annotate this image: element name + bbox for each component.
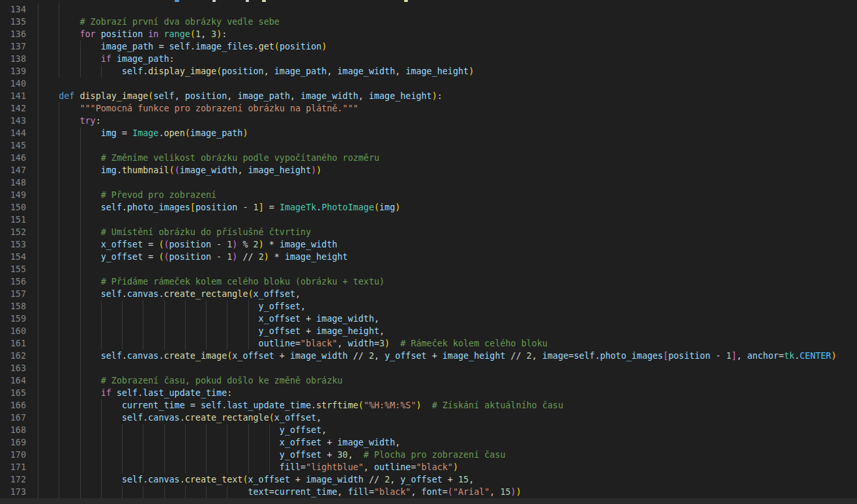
line-row[interactable] — [0, 498, 857, 504]
line-number[interactable]: 170 — [0, 449, 26, 461]
code-line[interactable]: outline="black", width=3) # Rámeček kole… — [26, 337, 857, 350]
code-line[interactable]: self.canvas.create_image(x_offset + imag… — [26, 350, 857, 362]
code-line[interactable] — [26, 77, 857, 90]
code-line[interactable]: image_path = self.image_files.get(positi… — [26, 40, 857, 53]
line-number[interactable]: 169 — [0, 436, 26, 449]
code-line[interactable]: x_offset = ((position - 1) % 2) * image_… — [26, 238, 857, 251]
line-row[interactable]: 155 — [0, 263, 857, 275]
code-line[interactable]: y_offset + 30, # Plocha pro zobrazení ča… — [26, 449, 857, 461]
code-line[interactable]: self.canvas.create_text(x_offset + image… — [26, 473, 857, 486]
line-number[interactable]: 150 — [0, 201, 26, 214]
line-number[interactable]: 136 — [0, 28, 26, 40]
code-line[interactable] — [26, 498, 857, 504]
line-number[interactable]: 172 — [0, 473, 26, 486]
code-line[interactable]: text=current_time, fill="black", font=("… — [26, 486, 857, 498]
code-line[interactable]: y_offset, — [26, 424, 857, 436]
code-line[interactable]: # Umístění obrázku do příslušné čtvrtiny — [26, 226, 857, 238]
line-row[interactable]: 161 outline="black", width=3) # Rámeček … — [0, 337, 857, 350]
line-row[interactable]: 172 self.canvas.create_text(x_offset + i… — [0, 473, 857, 486]
code-line[interactable]: img.thumbnail((image_width, image_height… — [26, 164, 857, 176]
code-line[interactable] — [26, 263, 857, 275]
line-row[interactable]: 173 text=current_time, fill="black", fon… — [0, 486, 857, 498]
code-line[interactable]: y_offset + image_height, — [26, 325, 857, 337]
line-number[interactable]: 147 — [0, 164, 26, 176]
code-line[interactable]: x_offset + image_width, — [26, 436, 857, 449]
line-row[interactable]: 147 img.thumbnail((image_width, image_he… — [0, 164, 857, 176]
line-row[interactable]: 138 if image_path: — [0, 53, 857, 65]
line-row[interactable]: 153 x_offset = ((position - 1) % 2) * im… — [0, 238, 857, 251]
line-row[interactable]: 148 — [0, 176, 857, 189]
code-line[interactable]: # Zobrazení času, pokud došlo ke změně o… — [26, 374, 857, 387]
code-line[interactable]: self.canvas.create_rectangle(x_offset, — [26, 412, 857, 424]
line-number[interactable]: 151 — [0, 214, 26, 226]
line-row[interactable]: 137 image_path = self.image_files.get(po… — [0, 40, 857, 53]
line-row[interactable]: 150 self.photo_images[position - 1] = Im… — [0, 201, 857, 214]
line-number[interactable]: 171 — [0, 461, 26, 473]
code-line[interactable]: """Pomocná funkce pro zobrazení obrázku … — [26, 102, 857, 115]
line-number[interactable]: 141 — [0, 90, 26, 102]
line-number[interactable]: 157 — [0, 288, 26, 300]
line-row[interactable]: 160 y_offset + image_height, — [0, 325, 857, 337]
line-row[interactable]: 168 y_offset, — [0, 424, 857, 436]
line-row[interactable]: 158 y_offset, — [0, 300, 857, 313]
line-row[interactable]: 152 # Umístění obrázku do příslušné čtvr… — [0, 226, 857, 238]
line-row[interactable]: 164 # Zobrazení času, pokud došlo ke změ… — [0, 374, 857, 387]
line-number[interactable]: 160 — [0, 325, 26, 337]
code-line[interactable] — [26, 214, 857, 226]
line-row[interactable]: 151 — [0, 214, 857, 226]
line-number[interactable] — [0, 498, 26, 504]
line-row[interactable]: 167 self.canvas.create_rectangle(x_offse… — [0, 412, 857, 424]
line-number[interactable]: 158 — [0, 300, 26, 313]
line-number[interactable]: 156 — [0, 275, 26, 288]
line-number[interactable]: 159 — [0, 313, 26, 325]
code-line[interactable]: # Přidáme rámeček kolem celého bloku (ob… — [26, 275, 857, 288]
line-row[interactable]: 166 current_time = self.last_update_time… — [0, 399, 857, 412]
code-line[interactable]: self.canvas.create_rectangle(x_offset, — [26, 288, 857, 300]
line-number[interactable]: 164 — [0, 374, 26, 387]
line-row[interactable]: 134 — [0, 3, 857, 16]
code-line[interactable]: def display_image(self, position, image_… — [26, 90, 857, 102]
line-row[interactable]: 141 def display_image(self, position, im… — [0, 90, 857, 102]
code-line[interactable] — [26, 176, 857, 189]
line-row[interactable]: 169 x_offset + image_width, — [0, 436, 857, 449]
code-line[interactable] — [26, 362, 857, 374]
line-number[interactable]: 162 — [0, 350, 26, 362]
line-number[interactable]: 154 — [0, 251, 26, 263]
line-row[interactable]: 136 for position in range(1, 3): — [0, 28, 857, 40]
code-line[interactable] — [26, 139, 857, 152]
line-number[interactable]: 138 — [0, 53, 26, 65]
line-row[interactable]: 171 fill="lightblue", outline="black") — [0, 461, 857, 473]
line-number[interactable]: 143 — [0, 115, 26, 127]
line-number[interactable]: 135 — [0, 16, 26, 28]
code-line[interactable]: y_offset = ((position - 1) // 2) * image… — [26, 251, 857, 263]
line-number[interactable]: 166 — [0, 399, 26, 412]
line-number[interactable]: 161 — [0, 337, 26, 350]
line-number[interactable]: 146 — [0, 152, 26, 164]
code-line[interactable]: for position in range(1, 3): — [26, 28, 857, 40]
line-row[interactable]: 140 — [0, 77, 857, 90]
line-number[interactable]: 153 — [0, 238, 26, 251]
line-number[interactable]: 163 — [0, 362, 26, 374]
line-number[interactable]: 173 — [0, 486, 26, 498]
code-line[interactable]: self.display_image(position, image_path,… — [26, 65, 857, 77]
line-row[interactable]: 144 img = Image.open(image_path) — [0, 127, 857, 139]
line-row[interactable]: 162 self.canvas.create_image(x_offset + … — [0, 350, 857, 362]
line-number[interactable]: 167 — [0, 412, 26, 424]
line-number[interactable]: 148 — [0, 176, 26, 189]
code-line[interactable]: if image_path: — [26, 53, 857, 65]
code-line[interactable]: self.photo_images[position - 1] = ImageT… — [26, 201, 857, 214]
line-number[interactable]: 168 — [0, 424, 26, 436]
line-row[interactable]: 156 # Přidáme rámeček kolem celého bloku… — [0, 275, 857, 288]
line-row[interactable]: 145 — [0, 139, 857, 152]
code-line[interactable]: current_time = self.last_update_time.str… — [26, 399, 857, 412]
line-number[interactable]: 165 — [0, 387, 26, 399]
code-line[interactable]: img = Image.open(image_path) — [26, 127, 857, 139]
line-row[interactable]: 154 y_offset = ((position - 1) // 2) * i… — [0, 251, 857, 263]
code-line[interactable]: try: — [26, 115, 857, 127]
code-line[interactable]: # Změníme velikost obrázku podle vypočít… — [26, 152, 857, 164]
code-line[interactable]: y_offset, — [26, 300, 857, 313]
line-row[interactable]: 170 y_offset + 30, # Plocha pro zobrazen… — [0, 449, 857, 461]
line-row[interactable]: 165 if self.last_update_time: — [0, 387, 857, 399]
line-row[interactable]: 149 # Převod pro zobrazení — [0, 189, 857, 201]
line-row[interactable]: 159 x_offset + image_width, — [0, 313, 857, 325]
